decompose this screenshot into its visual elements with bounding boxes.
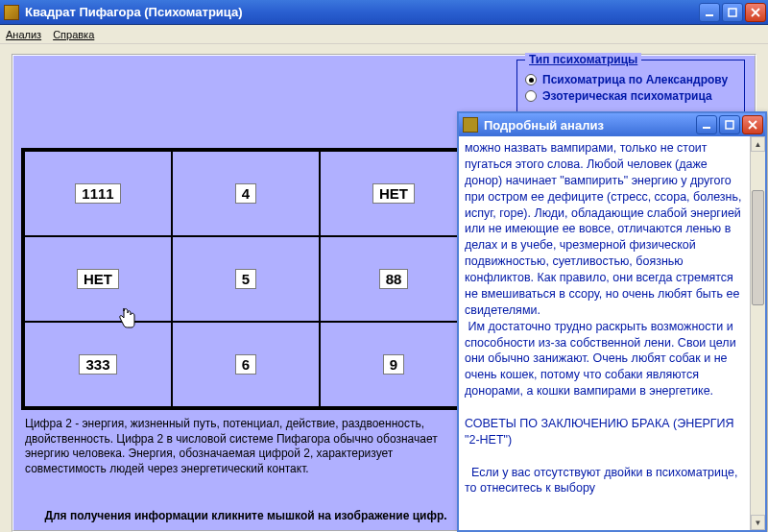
- grid-cell[interactable]: НЕТ: [320, 151, 468, 236]
- svg-rect-1: [729, 9, 736, 16]
- maximize-button[interactable]: [722, 3, 743, 22]
- grid-cell[interactable]: 9: [320, 322, 468, 407]
- cell-value: 5: [235, 269, 256, 289]
- cell-value: 88: [379, 269, 409, 289]
- analysis-title: Подробный анализ: [484, 118, 696, 133]
- scroll-down-button[interactable]: ▼: [751, 515, 765, 530]
- minimize-button[interactable]: [699, 3, 720, 22]
- digit-summary: Цифра 2 - энергия, жизненный путь, потен…: [25, 417, 467, 476]
- analysis-maximize-button[interactable]: [719, 115, 740, 134]
- cell-value: 1111: [75, 183, 120, 204]
- radio-icon: [525, 90, 537, 102]
- grid-cell[interactable]: 88: [320, 236, 468, 322]
- menubar: Анализ Справка: [0, 25, 768, 44]
- analysis-minimize-button[interactable]: [696, 115, 717, 134]
- grid-cell[interactable]: НЕТ: [24, 236, 172, 322]
- analysis-close-button[interactable]: [742, 115, 763, 134]
- cell-value: 333: [79, 354, 116, 375]
- main-titlebar: Квадрат Пифагора (Психоматрица): [0, 0, 768, 25]
- analysis-text[interactable]: можно назвать вампирами, только не стоит…: [459, 136, 750, 530]
- grid-cell[interactable]: 6: [172, 322, 320, 407]
- cell-value: 4: [235, 183, 256, 204]
- cell-value: 6: [235, 354, 256, 375]
- grid-cell[interactable]: 333: [24, 322, 172, 407]
- analysis-scrollbar[interactable]: ▲ ▼: [750, 136, 765, 530]
- pythagoras-grid: 1111 4 НЕТ НЕТ 5 88 333 6 9: [21, 148, 470, 410]
- svg-rect-3: [726, 121, 733, 129]
- grid-cell[interactable]: 4: [172, 151, 320, 236]
- radio-label: Эзотерическая психоматрица: [542, 89, 712, 103]
- type-group-legend: Тип психоматрицы: [525, 53, 641, 66]
- type-group: Тип психоматрицы Психоматрица по Алексан…: [516, 60, 745, 114]
- analysis-icon: [463, 117, 478, 133]
- app-icon: [4, 5, 19, 20]
- scroll-up-button[interactable]: ▲: [751, 136, 765, 152]
- scroll-thumb[interactable]: [752, 190, 764, 305]
- menu-analysis[interactable]: Анализ: [6, 29, 41, 40]
- svg-rect-2: [703, 127, 710, 129]
- grid-cell[interactable]: 5: [172, 236, 320, 322]
- window-title: Квадрат Пифагора (Психоматрица): [25, 5, 699, 19]
- cell-value: НЕТ: [372, 183, 415, 204]
- analysis-body: можно назвать вампирами, только не стоит…: [459, 136, 765, 530]
- svg-rect-0: [706, 14, 713, 16]
- grid-cell[interactable]: 1111: [24, 151, 172, 236]
- radio-icon: [525, 74, 537, 85]
- analysis-window: Подробный анализ можно назвать вампирами…: [457, 111, 767, 532]
- radio-option[interactable]: Психоматрица по Александрову: [525, 73, 736, 86]
- analysis-titlebar[interactable]: Подробный анализ: [459, 113, 765, 136]
- scroll-track[interactable]: [751, 152, 765, 515]
- radio-option[interactable]: Эзотерическая психоматрица: [525, 89, 736, 103]
- menu-help[interactable]: Справка: [53, 29, 94, 40]
- cell-value: НЕТ: [77, 269, 119, 289]
- close-button[interactable]: [745, 3, 766, 22]
- hint-text: Для получения информации кликните мышкой…: [25, 509, 467, 522]
- radio-label: Психоматрица по Александрову: [542, 73, 728, 86]
- cell-value: 9: [383, 354, 404, 375]
